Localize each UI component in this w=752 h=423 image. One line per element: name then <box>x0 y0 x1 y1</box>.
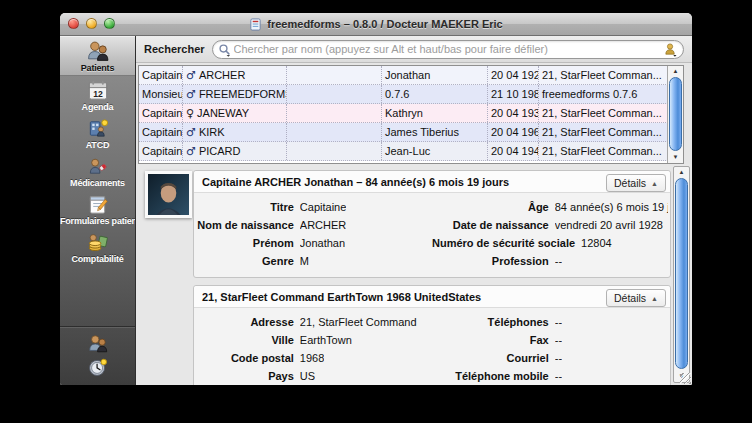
field-value: EarthTown <box>300 334 352 346</box>
field-label: Téléphone mobile <box>432 370 555 382</box>
app-window: freemedforms – 0.8.0 / Docteur MAEKER Er… <box>60 13 692 385</box>
patient-row[interactable]: Capitaine♂ARCHERJonathan20 04 192821, St… <box>139 66 668 85</box>
male-gender-icon: ♂ <box>186 88 196 101</box>
field-row: Courriel-- <box>432 349 668 367</box>
patient-photo[interactable] <box>145 171 192 218</box>
desktop-background: freemedforms – 0.8.0 / Docteur MAEKER Er… <box>0 0 752 423</box>
field-label: Genre <box>196 255 300 267</box>
patient-row[interactable]: Capitaine♂KIRKJames Tiberius20 04 196821… <box>139 123 668 142</box>
patient-row[interactable]: Capitaine♀JANEWAYKathryn20 04 193821, St… <box>139 104 668 123</box>
field-row: Profession-- <box>432 252 668 270</box>
field-label: Pays <box>196 370 300 382</box>
field-value: vendredi 20 avril 1928 <box>555 219 663 231</box>
field-value: -- <box>555 255 562 267</box>
scroll-down-button[interactable]: ▼ <box>668 152 683 163</box>
collapse-arrow-icon: ▲ <box>651 180 658 187</box>
cell-firstname: Jean-Luc <box>382 142 488 160</box>
cell-name: ♂ARCHER <box>183 66 287 84</box>
cell-firstname: Kathryn <box>382 104 488 122</box>
cell-firstname: Jonathan <box>382 66 488 84</box>
field-row: Adresse21, StarFleet Command <box>196 313 432 331</box>
patient-row[interactable]: Capitaine♂PICARDJean-Luc20 04 194821, St… <box>139 142 668 161</box>
field-row: GenreM <box>196 252 432 270</box>
cell-usual-name <box>287 123 382 141</box>
scrollbar-thumb[interactable] <box>675 178 688 369</box>
minimize-window-button[interactable] <box>86 18 97 29</box>
search-label: Rechercher <box>144 43 205 55</box>
cell-address: 21, StarFleet Comman... <box>539 123 668 141</box>
field-row: PrénomJonathan <box>196 234 432 252</box>
cell-name-text: FREEMEDFORMS <box>199 88 287 100</box>
search-input-container[interactable] <box>212 40 684 59</box>
details-scrollbar[interactable]: ▲ ▼ <box>673 166 690 383</box>
field-label: Date de naissance <box>432 219 555 231</box>
patient-row[interactable]: Monsieur♂FREEMEDFORMS0.7.621 10 1980free… <box>139 85 668 104</box>
sidebar-item-agenda[interactable]: 12Agenda <box>60 76 135 114</box>
sidebar-item-patients[interactable]: Patients <box>60 36 135 76</box>
sidebar-item-label: Agenda <box>60 102 135 112</box>
patients-icon <box>85 40 111 63</box>
patients-table: Capitaine♂ARCHERJonathan20 04 192821, St… <box>138 65 684 164</box>
sidebar-item-atcd[interactable]: ATCD <box>60 114 135 152</box>
cell-dob: 20 04 1968 <box>488 123 539 141</box>
address-details-button[interactable]: Détails▲ <box>606 289 666 307</box>
field-label: Téléphones <box>432 316 555 328</box>
atcd-icon <box>85 117 111 140</box>
svg-text:12: 12 <box>93 89 103 99</box>
search-input[interactable] <box>232 42 663 56</box>
field-value: M <box>300 255 309 267</box>
cell-title: Capitaine <box>139 104 183 122</box>
field-value: -- <box>555 316 562 328</box>
search-toolbar: Rechercher <box>136 36 692 63</box>
sidebar-separator <box>60 326 135 328</box>
scroll-up-button[interactable]: ▲ <box>668 66 683 77</box>
field-row: VilleEarthTown <box>196 331 432 349</box>
cell-name: ♂PICARD <box>183 142 287 160</box>
scroll-up-button[interactable]: ▲ <box>674 167 689 178</box>
field-label: Courriel <box>432 352 555 364</box>
field-row: Téléphones-- <box>432 313 668 331</box>
sidebar-item-label: Médicaments <box>60 178 135 188</box>
field-value: ARCHER <box>300 219 346 231</box>
titlebar[interactable]: freemedforms – 0.8.0 / Docteur MAEKER Er… <box>60 13 692 36</box>
cell-name-text: PICARD <box>199 145 241 157</box>
sidebar-item-formulaires-patient[interactable]: Formulaires patient <box>60 190 135 228</box>
male-gender-icon: ♂ <box>186 145 196 158</box>
field-value: -- <box>555 370 562 382</box>
cell-usual-name <box>287 104 382 122</box>
cell-usual-name <box>287 85 382 103</box>
sidebar-item-medicaments[interactable]: Médicaments <box>60 152 135 190</box>
cell-name-text: ARCHER <box>199 69 245 81</box>
cell-name: ♂FREEMEDFORMS <box>183 85 287 103</box>
sidebar-item-comptabilite[interactable]: Comptabilité <box>60 228 135 266</box>
agenda-icon: 12 <box>85 79 111 102</box>
add-patient-icon[interactable] <box>663 42 678 56</box>
resize-grip[interactable] <box>680 373 691 384</box>
field-value: Capitaine <box>300 201 346 213</box>
address-group: 21, StarFleet Command EarthTown 1968 Uni… <box>193 285 671 385</box>
identity-group-header: Capitaine ARCHER Jonathan – 84 année(s) … <box>194 171 670 193</box>
cell-dob: 21 10 1980 <box>488 85 539 103</box>
sidebar-item-label: Formulaires patient <box>60 216 135 226</box>
forms-icon <box>85 193 111 216</box>
sidebar-button-patients-quick[interactable] <box>87 333 109 355</box>
cell-name-text: KIRK <box>199 126 225 138</box>
field-row: TitreCapitaine <box>196 198 432 216</box>
field-row: Date de naissancevendredi 20 avril 1928 <box>432 216 668 234</box>
close-window-button[interactable] <box>68 18 79 29</box>
zoom-window-button[interactable] <box>104 18 115 29</box>
scrollbar-thumb[interactable] <box>669 77 682 151</box>
patients-table-scrollbar[interactable]: ▲ ▼ <box>667 66 683 163</box>
identity-details-button[interactable]: Détails▲ <box>606 174 666 192</box>
cell-address: 21, StarFleet Comman... <box>539 66 668 84</box>
cell-address: 21, StarFleet Comman... <box>539 142 668 160</box>
field-label: Profession <box>432 255 555 267</box>
field-row: Âge84 année(s) 6 mois 19 jours <box>432 198 668 216</box>
field-row: PaysUS <box>196 367 432 385</box>
female-gender-icon: ♀ <box>186 107 194 120</box>
field-label: Ville <box>196 334 300 346</box>
field-value: 84 année(s) 6 mois 19 jours <box>555 201 668 213</box>
sidebar-button-history[interactable] <box>87 356 109 378</box>
cell-name: ♀JANEWAY <box>183 104 287 122</box>
cell-firstname: James Tiberius <box>382 123 488 141</box>
